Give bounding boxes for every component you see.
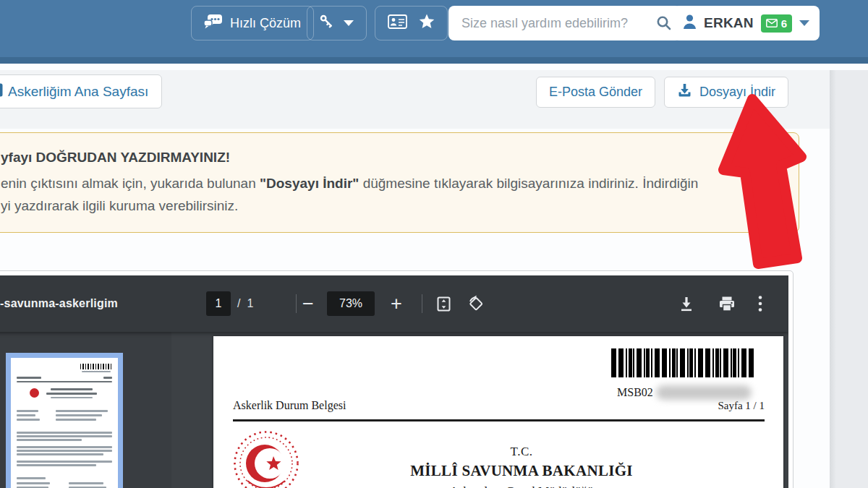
document-page: MSB02 Askerlik Durum Belgesi Sayfa 1 / 1: [213, 336, 783, 488]
zoom-in-button[interactable]: +: [384, 275, 409, 332]
doc-header-directorate: Askeralma Genel Müdürlüğü: [237, 484, 788, 488]
document-type-label: Askerlik Durum Belgesi: [233, 399, 346, 412]
pdf-page-input[interactable]: 1: [206, 291, 231, 316]
list-icon: [0, 83, 3, 100]
redacted-number: [656, 385, 752, 400]
rotate-button[interactable]: [463, 275, 489, 332]
search-input[interactable]: [448, 6, 681, 40]
pdf-main-area: MSB02 Askerlik Durum Belgesi Sayfa 1 / 1: [171, 332, 788, 488]
download-file-button[interactable]: Dosyayı İndir: [664, 77, 788, 108]
top-header: Hızlı Çözüm: [0, 0, 868, 64]
document-page-label: Sayfa 1 / 1: [718, 400, 765, 412]
zoom-out-button[interactable]: −: [296, 275, 320, 332]
person-icon: [683, 14, 697, 33]
download-file-label: Dosyayı İndir: [699, 85, 775, 100]
chat-bubbles-icon: [204, 14, 223, 33]
toolbar-separator: [422, 294, 422, 313]
askerligim-home-button[interactable]: Askerliğim Ana Sayfası: [0, 74, 162, 108]
pdf-download-icon[interactable]: [673, 275, 699, 332]
print-warning-box: yfayı DOĞRUDAN YAZDIRMAYINIZ! enin çıktı…: [0, 132, 799, 233]
pdf-page-controls: 1 / 1: [206, 275, 253, 332]
user-menu-button[interactable]: ERKAN 6: [673, 6, 820, 40]
help-search: [448, 6, 681, 40]
chevron-down-icon: [344, 20, 354, 26]
pdf-viewer: -savunma-askerligim 1 / 1 − 73% +: [0, 275, 788, 488]
download-icon: [677, 83, 692, 101]
doc-header-ministry: MİLLÎ SAVUNMA BAKANLIĞI: [237, 462, 788, 480]
user-name: ERKAN: [704, 15, 754, 31]
send-email-button[interactable]: E-Posta Gönder: [536, 77, 655, 108]
search-icon[interactable]: [656, 15, 672, 34]
document-number-prefix: MSB02: [617, 386, 653, 399]
document-barcode: [611, 348, 756, 377]
envelope-icon: [766, 17, 778, 30]
key-icon: [320, 14, 333, 32]
fit-page-button[interactable]: [430, 275, 456, 332]
profile-favorites-button[interactable]: [375, 6, 448, 40]
star-icon: [419, 14, 435, 33]
message-count: 6: [781, 17, 787, 30]
pdf-thumbnail-sidebar: [0, 332, 171, 488]
pdf-filename: -savunma-askerligim: [0, 275, 118, 332]
pdf-body: MSB02 Askerlik Durum Belgesi Sayfa 1 / 1: [0, 332, 788, 488]
pdf-toolbar: -savunma-askerligim 1 / 1 − 73% +: [0, 275, 788, 332]
warning-title: yfayı DOĞRUDAN YAZDIRMAYINIZ!: [1, 150, 784, 166]
document-divider: [233, 419, 765, 421]
print-icon[interactable]: [714, 275, 740, 332]
pdf-page-total: 1: [247, 297, 253, 310]
document-header-block: T.C. MİLLÎ SAVUNMA BAKANLIĞI Askeralma G…: [237, 445, 788, 488]
tools-dropdown-button[interactable]: [307, 6, 367, 40]
messages-badge[interactable]: 6: [761, 14, 792, 33]
page-right-gutter: [830, 70, 868, 488]
document-number-row: MSB02: [617, 385, 752, 400]
askerligim-home-label: Askerliğim Ana Sayfası: [8, 84, 148, 100]
doc-header-tc: T.C.: [237, 445, 788, 459]
zoom-level[interactable]: 73%: [327, 291, 375, 316]
quick-solution-label: Hızlı Çözüm: [230, 16, 301, 31]
warning-line3: yi yazdırarak ilgili kuruma verebilirsin…: [1, 194, 784, 217]
warning-line2: enin çıktısını almak için, yukarıda bulu…: [1, 172, 784, 194]
send-email-label: E-Posta Gönder: [549, 85, 642, 100]
quick-solution-button[interactable]: Hızlı Çözüm: [191, 6, 314, 40]
page-thumbnail[interactable]: [6, 353, 123, 488]
pdf-viewer-card: -savunma-askerligim 1 / 1 − 73% +: [0, 270, 793, 488]
pdf-page-divider: /: [237, 297, 240, 310]
chevron-down-icon: [799, 20, 809, 26]
more-options-icon[interactable]: [747, 275, 773, 332]
id-card-icon: [388, 14, 407, 33]
